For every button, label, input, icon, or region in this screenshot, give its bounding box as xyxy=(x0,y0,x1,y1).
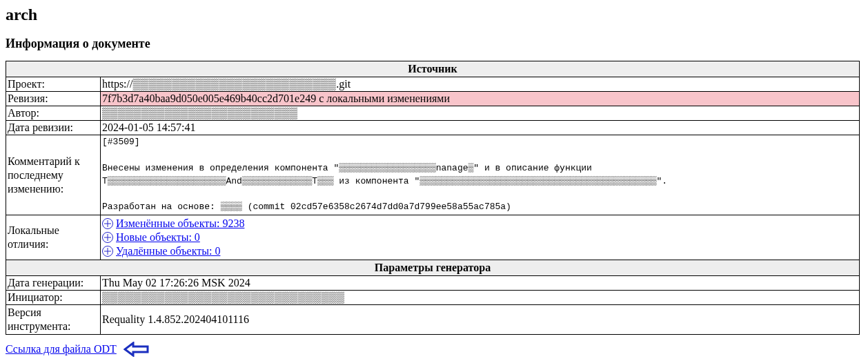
expand-icon[interactable] xyxy=(102,232,113,243)
project-row: Проект: https://▒▒▒▒▒▒▒▒▒▒▒▒▒▒▒▒▒▒▒▒▒▒▒▒… xyxy=(6,77,860,92)
local-diff-row: Локальные отличия: Изменённые объекты: 9… xyxy=(6,215,860,260)
revision-value: 7f7b3d7a40baa9d050e005e469b40cc2d701e249… xyxy=(101,92,860,106)
author-row: Автор: ▒▒▒▒▒▒▒▒▒▒▒▒▒▒▒▒▒▒▒▒▒▒▒▒▒ xyxy=(6,106,860,121)
diff-deleted-line: Удалённые объекты: 0 xyxy=(102,245,856,257)
revision-label: Ревизия: xyxy=(6,92,101,106)
tool-version-value: Requality 1.4.852.202404101116 xyxy=(101,305,860,335)
page-title: arch xyxy=(6,6,862,24)
gen-date-label: Дата генерации: xyxy=(6,276,101,291)
odt-link-wrap: Ссылка для файла ODT xyxy=(6,342,862,357)
info-table: Источник Проект: https://▒▒▒▒▒▒▒▒▒▒▒▒▒▒▒… xyxy=(6,61,860,335)
project-label: Проект: xyxy=(6,77,101,92)
tool-version-row: Версия инструмента: Requality 1.4.852.20… xyxy=(6,305,860,335)
comment-value: [#3509] Внесены изменения в определения … xyxy=(101,135,860,215)
comment-label: Комментарий к последнему изменению: xyxy=(6,135,101,215)
gen-date-value: Thu May 02 17:26:26 MSK 2024 xyxy=(101,276,860,291)
author-value: ▒▒▒▒▒▒▒▒▒▒▒▒▒▒▒▒▒▒▒▒▒▒▒▒▒ xyxy=(101,106,860,121)
diff-deleted-link[interactable]: Удалённые объекты: 0 xyxy=(116,245,220,257)
section-heading: Информация о документе xyxy=(6,37,862,51)
odt-file-link[interactable]: Ссылка для файла ODT xyxy=(6,343,117,355)
diff-changed-link[interactable]: Изменённые объекты: 9238 xyxy=(116,217,244,230)
rev-date-value: 2024-01-05 14:57:41 xyxy=(101,121,860,135)
source-header: Источник xyxy=(6,61,860,77)
initiator-value: ▒▒▒▒▒▒▒▒▒▒▒▒▒▒▒▒▒▒▒▒▒▒▒▒▒▒▒▒▒▒▒ xyxy=(101,291,860,305)
expand-icon[interactable] xyxy=(102,246,113,257)
generator-header-row: Параметры генератора xyxy=(6,260,860,276)
source-header-row: Источник xyxy=(6,61,860,77)
diff-new-line: Новые объекты: 0 xyxy=(102,231,856,244)
rev-date-row: Дата ревизии: 2024-01-05 14:57:41 xyxy=(6,121,860,135)
tool-version-label: Версия инструмента: xyxy=(6,305,101,335)
expand-icon[interactable] xyxy=(102,218,113,229)
arrow-left-icon xyxy=(124,342,150,357)
generator-header: Параметры генератора xyxy=(6,260,860,276)
diff-changed-line: Изменённые объекты: 9238 xyxy=(102,217,856,230)
project-value: https://▒▒▒▒▒▒▒▒▒▒▒▒▒▒▒▒▒▒▒▒▒▒▒▒▒▒.git xyxy=(101,77,860,92)
rev-date-label: Дата ревизии: xyxy=(6,121,101,135)
initiator-label: Инициатор: xyxy=(6,291,101,305)
diff-new-link[interactable]: Новые объекты: 0 xyxy=(116,231,200,244)
initiator-row: Инициатор: ▒▒▒▒▒▒▒▒▒▒▒▒▒▒▒▒▒▒▒▒▒▒▒▒▒▒▒▒▒… xyxy=(6,291,860,305)
author-label: Автор: xyxy=(6,106,101,121)
revision-row: Ревизия: 7f7b3d7a40baa9d050e005e469b40cc… xyxy=(6,92,860,106)
local-diff-label: Локальные отличия: xyxy=(6,215,101,260)
gen-date-row: Дата генерации: Thu May 02 17:26:26 MSK … xyxy=(6,276,860,291)
local-diff-cell: Изменённые объекты: 9238 Новые объекты: … xyxy=(101,215,860,260)
comment-row: Комментарий к последнему изменению: [#35… xyxy=(6,135,860,215)
